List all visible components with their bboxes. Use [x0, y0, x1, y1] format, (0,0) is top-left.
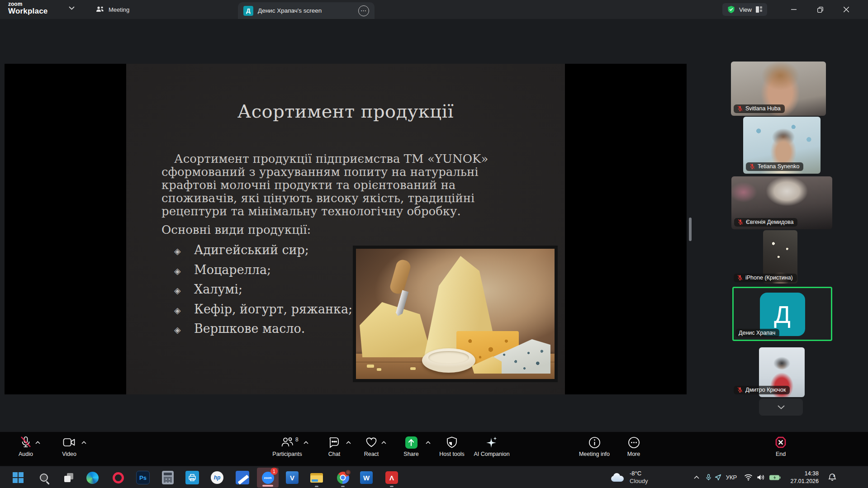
audio-options-chevron-icon[interactable]	[35, 441, 40, 444]
zoom-app-button-active[interactable]: zoom 1	[257, 468, 279, 488]
notifications-bell-icon[interactable]: z	[825, 466, 839, 488]
visio-icon: V	[286, 471, 299, 484]
participant-name-badge: Денис Храпач	[735, 329, 779, 337]
tab-meeting-label: Meeting	[109, 6, 129, 13]
tab-meeting[interactable]: Meeting	[96, 0, 129, 19]
edge-browser-button[interactable]	[82, 468, 102, 488]
location-in-use-icon[interactable]	[713, 466, 723, 488]
mic-muted-icon	[737, 387, 743, 393]
more-button[interactable]: More	[620, 435, 647, 457]
cheese-knife	[389, 258, 412, 295]
video-options-chevron-icon[interactable]	[81, 441, 86, 444]
react-options-chevron-icon[interactable]	[381, 441, 386, 444]
camera-icon	[63, 435, 76, 450]
acrobat-button[interactable]: Λ	[382, 468, 402, 488]
windows-logo-icon	[13, 472, 24, 483]
share-options-chevron-icon[interactable]	[426, 441, 431, 444]
logo-workplace-text: Workplace	[8, 7, 47, 15]
logo-zoom-text: zoom	[8, 1, 47, 7]
close-button[interactable]	[836, 0, 857, 19]
shared-screen-area: Асортимент продукції Асортимент продукці…	[5, 64, 687, 394]
sparkle-icon	[485, 435, 498, 450]
ai-companion-button[interactable]: AI Companion	[471, 435, 512, 457]
shield-icon	[446, 435, 457, 450]
more-participants-chevron-button[interactable]	[759, 398, 803, 416]
folder-icon	[310, 473, 323, 483]
windows-taskbar: Ps hp zoom 1 V W Λ	[0, 466, 868, 488]
hp-app-button[interactable]: hp	[207, 468, 227, 488]
hidden-icons-chevron[interactable]	[691, 466, 702, 488]
scanner-app-button[interactable]	[232, 468, 252, 488]
tab-shared-screen-label: Денис Храпач's screen	[258, 7, 322, 14]
info-icon	[588, 435, 601, 450]
mic-muted-icon	[749, 163, 755, 170]
visio-button[interactable]: V	[282, 468, 302, 488]
minimize-button[interactable]	[783, 0, 804, 19]
search-button[interactable]	[34, 468, 54, 488]
speaker-icon[interactable]	[754, 466, 767, 488]
chat-button[interactable]: Chat	[320, 435, 349, 457]
security-shield-icon	[727, 5, 735, 14]
meeting-info-button[interactable]: Meeting info	[574, 435, 614, 457]
participants-button[interactable]: 8 Participants	[268, 435, 307, 457]
audio-button[interactable]: Audio	[10, 435, 42, 457]
mic-muted-icon	[737, 105, 743, 112]
scanner-icon	[236, 471, 249, 484]
screen-recorder-button[interactable]	[108, 468, 128, 488]
participant-name-badge: Дмитро Крючок	[734, 386, 790, 394]
participants-people-icon	[96, 6, 104, 13]
shared-screen-avatar: Д	[243, 6, 253, 16]
acrobat-icon: Λ	[385, 471, 398, 484]
battery-charging-icon[interactable]	[767, 466, 783, 488]
edge-icon	[86, 472, 99, 484]
file-explorer-button[interactable]	[307, 468, 327, 488]
video-button[interactable]: Video	[53, 435, 85, 457]
calculator-button[interactable]	[158, 468, 178, 488]
restore-button[interactable]	[810, 0, 830, 19]
cheese-photo	[353, 246, 558, 382]
workspace-chevron-down-icon[interactable]	[69, 6, 75, 10]
slide-bullet-list: ◈Адигейський сир; ◈Моцарелла; ◈Халумі; ◈…	[174, 243, 352, 341]
svg-text:z: z	[833, 474, 835, 477]
task-view-button[interactable]	[59, 468, 79, 488]
mic-in-use-icon[interactable]	[704, 466, 713, 488]
printer-icon	[185, 471, 199, 484]
react-button[interactable]: React	[357, 435, 386, 457]
view-button[interactable]: View	[722, 3, 767, 16]
share-screen-icon	[405, 436, 417, 449]
list-item: ◈Кефір, йогурт, ряжанка;	[174, 302, 352, 322]
share-button[interactable]: Share	[397, 435, 426, 457]
participant-name-badge: Євгенія Демидова	[734, 218, 797, 227]
layout-grid-icon	[756, 6, 762, 13]
printer-app-button[interactable]	[182, 468, 202, 488]
bullet-diamond-icon: ◈	[174, 246, 194, 256]
start-button[interactable]	[8, 468, 28, 488]
mic-muted-icon	[737, 275, 743, 281]
photoshop-button[interactable]: Ps	[133, 468, 153, 488]
clock-widget[interactable]: 14:38 27.01.2026	[790, 466, 819, 488]
tab-options-ellipsis-icon[interactable]: ⋯	[358, 5, 369, 16]
bullet-diamond-icon: ◈	[174, 285, 194, 295]
chrome-button[interactable]	[333, 468, 353, 488]
language-indicator[interactable]: УКР	[724, 466, 739, 488]
cloud-icon	[610, 473, 625, 482]
host-tools-button[interactable]: Host tools	[436, 435, 468, 457]
zoom-workplace-logo: zoom Workplace	[8, 1, 47, 15]
list-item: ◈Моцарелла;	[174, 263, 352, 283]
participant-name-badge: Tetiana Synenko	[746, 162, 803, 171]
presentation-slide: Асортимент продукції Асортимент продукці…	[126, 64, 565, 394]
wifi-icon[interactable]	[742, 466, 754, 488]
tab-shared-screen[interactable]: Д Денис Храпач's screen ⋯	[238, 2, 375, 19]
participants-options-chevron-icon[interactable]	[304, 441, 308, 444]
bullet-diamond-icon: ◈	[174, 325, 194, 335]
end-meeting-button[interactable]: End	[767, 435, 794, 457]
list-item: ◈Адигейський сир;	[174, 243, 352, 263]
weather-widget[interactable]: -8°C Cloudy	[610, 466, 648, 488]
chat-options-chevron-icon[interactable]	[346, 441, 351, 444]
scrollbar-thumb[interactable]	[689, 218, 692, 241]
tray-time: 14:38	[805, 470, 819, 478]
calculator-icon	[162, 471, 174, 484]
title-bar: zoom Workplace Meeting Д Денис Храпач's …	[0, 0, 868, 19]
word-button[interactable]: W	[356, 468, 376, 488]
list-item: ◈Вершкове масло.	[174, 322, 352, 341]
